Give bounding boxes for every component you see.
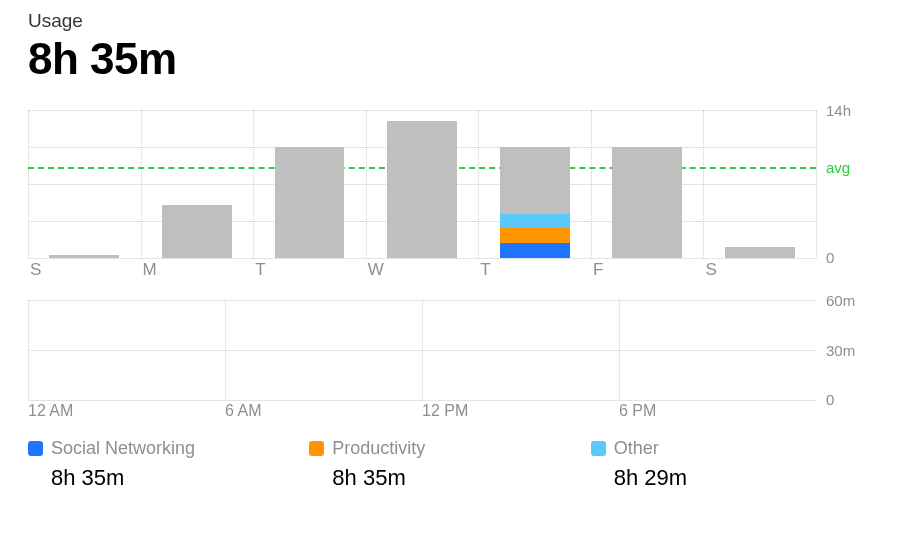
legend-value: 8h 35m [51, 465, 309, 491]
hourly-xtick: 12 PM [422, 402, 619, 420]
hourly-ytick-mid: 30m [826, 342, 855, 359]
legend: Social Networking8h 35mProductivity8h 35… [28, 438, 872, 491]
weekly-bar[interactable] [28, 110, 141, 258]
weekly-xtick: T [478, 260, 591, 280]
hourly-xtick: 6 AM [225, 402, 422, 420]
weekly-chart: 14h avg 0 [28, 110, 872, 258]
hourly-ytick-top: 60m [826, 292, 855, 309]
weekly-bar[interactable] [591, 110, 704, 258]
hourly-ytick-bottom: 0 [826, 391, 834, 408]
hourly-chart: 60m 30m 0 [28, 300, 872, 400]
legend-name: Other [614, 438, 659, 459]
weekly-x-axis: SMTWTFS [28, 260, 816, 280]
weekly-ytick-bottom: 0 [826, 249, 834, 266]
legend-item[interactable]: Other8h 29m [591, 438, 872, 491]
hourly-xtick: 6 PM [619, 402, 816, 420]
legend-swatch [309, 441, 324, 456]
legend-item[interactable]: Productivity8h 35m [309, 438, 590, 491]
weekly-xtick: M [141, 260, 254, 280]
weekly-ytick-top: 14h [826, 102, 851, 119]
weekly-bar[interactable] [141, 110, 254, 258]
legend-value: 8h 29m [614, 465, 872, 491]
weekly-bar[interactable] [478, 110, 591, 258]
weekly-bar[interactable] [366, 110, 479, 258]
legend-item[interactable]: Social Networking8h 35m [28, 438, 309, 491]
weekly-bar[interactable] [703, 110, 816, 258]
usage-label: Usage [28, 10, 872, 32]
hourly-chart-plot [28, 300, 816, 400]
weekly-xtick: S [703, 260, 816, 280]
usage-total: 8h 35m [28, 34, 872, 84]
weekly-xtick: F [591, 260, 704, 280]
hourly-x-axis: 12 AM6 AM12 PM6 PM [28, 402, 816, 420]
legend-name: Productivity [332, 438, 425, 459]
weekly-xtick: S [28, 260, 141, 280]
legend-name: Social Networking [51, 438, 195, 459]
weekly-bar[interactable] [253, 110, 366, 258]
weekly-xtick: W [366, 260, 479, 280]
hourly-xtick: 12 AM [28, 402, 225, 420]
weekly-xtick: T [253, 260, 366, 280]
legend-value: 8h 35m [332, 465, 590, 491]
weekly-avg-label: avg [826, 159, 850, 176]
legend-swatch [591, 441, 606, 456]
weekly-chart-plot [28, 110, 816, 258]
legend-swatch [28, 441, 43, 456]
